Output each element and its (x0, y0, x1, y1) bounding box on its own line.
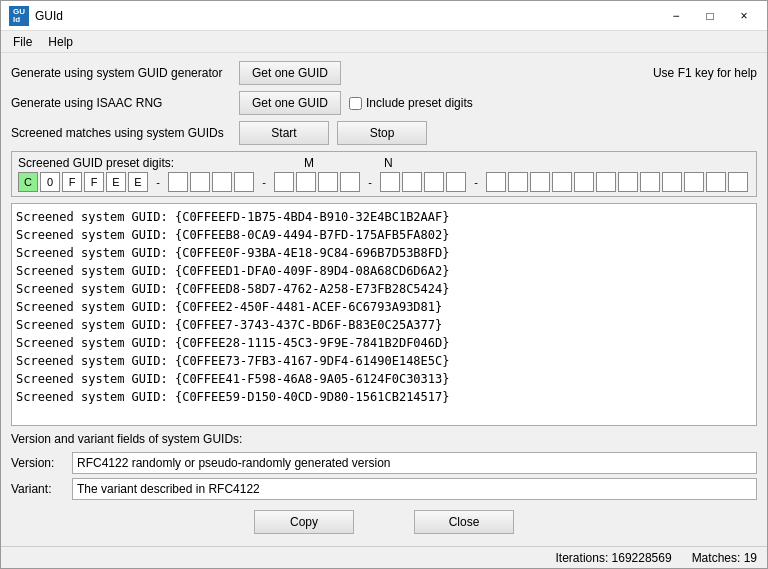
preset-box-27[interactable] (596, 172, 616, 192)
iterations-label: Iterations: 169228569 (556, 551, 672, 565)
output-line-8: Screened system GUID: {C0FFEE73-7FB3-416… (16, 352, 752, 370)
output-area[interactable]: Screened system GUID: {C0FFEEFD-1B75-4BD… (11, 203, 757, 426)
preset-box-23[interactable] (508, 172, 528, 192)
menu-file[interactable]: File (5, 33, 40, 51)
start-button[interactable]: Start (239, 121, 329, 145)
close-button[interactable]: × (729, 5, 759, 27)
content-area: Generate using system GUID generator Get… (1, 53, 767, 546)
preset-checkbox-label: Include preset digits (366, 96, 473, 110)
preset-box-15[interactable] (340, 172, 360, 192)
title-text: GUId (35, 9, 63, 23)
matches-label: Matches: 19 (692, 551, 757, 565)
preset-box-4[interactable]: E (106, 172, 126, 192)
minimize-button[interactable]: − (661, 5, 691, 27)
version-section: Version and variant fields of system GUI… (11, 432, 757, 500)
preset-separator-21: - (468, 172, 484, 192)
output-line-3: Screened system GUID: {C0FFEED1-DFA0-409… (16, 262, 752, 280)
preset-section-label: Screened GUID preset digits: (18, 156, 174, 170)
isaac-row: Generate using ISAAC RNG Get one GUID In… (11, 91, 757, 115)
stop-button[interactable]: Stop (337, 121, 427, 145)
preset-separator-6: - (150, 172, 166, 192)
output-line-0: Screened system GUID: {C0FFEEFD-1B75-4BD… (16, 208, 752, 226)
output-line-1: Screened system GUID: {C0FFEEB8-0CA9-449… (16, 226, 752, 244)
preset-box-33[interactable] (728, 172, 748, 192)
title-bar: GUId GUId − □ × (1, 1, 767, 31)
guid-generator-row: Generate using system GUID generator Get… (11, 61, 757, 85)
output-line-4: Screened system GUID: {C0FFEED8-58D7-476… (16, 280, 752, 298)
version-label: Version: (11, 456, 66, 470)
output-line-9: Screened system GUID: {C0FFEE41-F598-46A… (16, 370, 752, 388)
preset-box-22[interactable] (486, 172, 506, 192)
screened-row-label: Screened matches using system GUIDs (11, 126, 231, 140)
version-input[interactable] (72, 452, 757, 474)
preset-box-2[interactable]: F (62, 172, 82, 192)
isaac-row-label: Generate using ISAAC RNG (11, 96, 231, 110)
preset-box-28[interactable] (618, 172, 638, 192)
preset-separator-11: - (256, 172, 272, 192)
app-icon: GUId (9, 6, 29, 26)
preset-box-19[interactable] (424, 172, 444, 192)
preset-box-12[interactable] (274, 172, 294, 192)
preset-box-3[interactable]: F (84, 172, 104, 192)
preset-box-5[interactable]: E (128, 172, 148, 192)
include-preset-checkbox[interactable] (349, 97, 362, 110)
output-line-5: Screened system GUID: {C0FFEE2-450F-4481… (16, 298, 752, 316)
preset-box-13[interactable] (296, 172, 316, 192)
n-label: N (384, 156, 393, 170)
preset-box-32[interactable] (706, 172, 726, 192)
main-window: GUId GUId − □ × File Help Generate using… (0, 0, 768, 569)
preset-separator-16: - (362, 172, 378, 192)
preset-boxes-row: C0FFEE---- (18, 172, 750, 192)
variant-input[interactable] (72, 478, 757, 500)
help-text: Use F1 key for help (653, 66, 757, 80)
output-line-2: Screened system GUID: {C0FFEE0F-93BA-4E1… (16, 244, 752, 262)
close-main-button[interactable]: Close (414, 510, 514, 534)
preset-box-30[interactable] (662, 172, 682, 192)
preset-section: Screened GUID preset digits: M N C0FFEE-… (11, 151, 757, 197)
preset-box-7[interactable] (168, 172, 188, 192)
screened-row: Screened matches using system GUIDs Star… (11, 121, 757, 145)
get-one-guid-button[interactable]: Get one GUID (239, 61, 341, 85)
get-one-guid-isaac-button[interactable]: Get one GUID (239, 91, 341, 115)
guid-row-label: Generate using system GUID generator (11, 66, 231, 80)
copy-button[interactable]: Copy (254, 510, 354, 534)
preset-box-1[interactable]: 0 (40, 172, 60, 192)
preset-box-31[interactable] (684, 172, 704, 192)
status-bar: Iterations: 169228569 Matches: 19 (1, 546, 767, 568)
output-line-7: Screened system GUID: {C0FFEE28-1115-45C… (16, 334, 752, 352)
preset-box-24[interactable] (530, 172, 550, 192)
maximize-button[interactable]: □ (695, 5, 725, 27)
bottom-buttons: Copy Close (11, 506, 757, 538)
preset-box-14[interactable] (318, 172, 338, 192)
output-line-10: Screened system GUID: {C0FFEE59-D150-40C… (16, 388, 752, 406)
preset-box-18[interactable] (402, 172, 422, 192)
preset-box-26[interactable] (574, 172, 594, 192)
preset-box-25[interactable] (552, 172, 572, 192)
output-line-6: Screened system GUID: {C0FFEE7-3743-437C… (16, 316, 752, 334)
preset-box-29[interactable] (640, 172, 660, 192)
m-label: M (304, 156, 314, 170)
menubar: File Help (1, 31, 767, 53)
variant-field: Variant: (11, 478, 757, 500)
preset-box-17[interactable] (380, 172, 400, 192)
version-field: Version: (11, 452, 757, 474)
preset-box-20[interactable] (446, 172, 466, 192)
menu-help[interactable]: Help (40, 33, 81, 51)
title-bar-controls: − □ × (661, 5, 759, 27)
preset-box-9[interactable] (212, 172, 232, 192)
preset-checkbox-row: Include preset digits (349, 96, 473, 110)
title-bar-left: GUId GUId (9, 6, 63, 26)
preset-box-8[interactable] (190, 172, 210, 192)
variant-label: Variant: (11, 482, 66, 496)
preset-box-0[interactable]: C (18, 172, 38, 192)
preset-box-10[interactable] (234, 172, 254, 192)
version-section-title: Version and variant fields of system GUI… (11, 432, 757, 446)
